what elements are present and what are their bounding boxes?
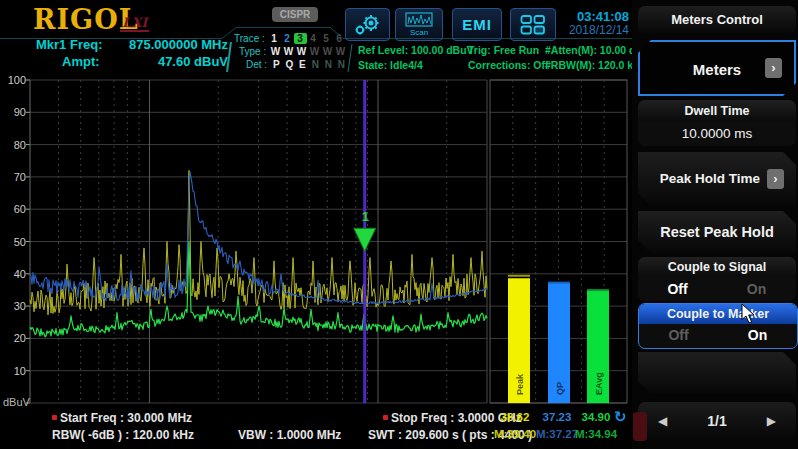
prev-page-arrow[interactable]: ◀ — [658, 414, 667, 428]
rbw-readout: RBW( -6dB ) : 120.00 kHz — [52, 428, 194, 442]
y-axis-unit: dBuV — [3, 396, 30, 408]
svg-text:80: 80 — [14, 139, 26, 151]
svg-text:50: 50 — [14, 236, 26, 248]
marker-number: 1 — [362, 209, 369, 224]
meter-bar-label: QP — [555, 382, 565, 395]
continuous-measure-icon: ↻ — [614, 408, 627, 426]
meter-eavg-value: 34.90 — [573, 411, 619, 423]
softkey-reset-peak-hold[interactable]: Reset Peak Hold — [638, 211, 796, 253]
svg-text:90: 90 — [14, 106, 26, 118]
page-navigator: ◀ 1/1 ▶ — [638, 402, 796, 440]
dwell-time-value: 10.0000 ms — [638, 121, 796, 146]
meter-bars: PeakQPEAvg — [508, 276, 609, 403]
couple-to-marker-label: Couple to Marker — [639, 304, 797, 324]
svg-text:10: 10 — [14, 365, 26, 377]
peak-hold-time-label: Peak Hold Time — [660, 171, 760, 186]
couple-marker-off-option[interactable]: Off — [639, 324, 718, 347]
meter-peak-max: M:39.40 — [492, 428, 538, 440]
submenu-arrow-icon: › — [765, 58, 782, 78]
start-freq-readout: Start Freq : 30.000 MHz — [52, 411, 192, 425]
vbw-readout: VBW : 1.0000 MHz — [238, 428, 341, 442]
couple-to-signal-label: Couple to Signal — [638, 257, 796, 277]
meter-bar-label: EAvg — [594, 372, 604, 395]
chart-grid: 102030405060708090100 — [8, 74, 627, 403]
start-freq-dot — [52, 415, 57, 420]
meter-eavg-max: M:34.94 — [573, 428, 619, 440]
couple-signal-off-option[interactable]: Off — [638, 277, 717, 301]
meter-bar-label: Peak — [515, 373, 525, 395]
svg-text:60: 60 — [14, 203, 26, 215]
stop-freq-dot — [383, 415, 388, 420]
couple-marker-on-option[interactable]: On — [718, 324, 797, 347]
softkey-couple-to-signal[interactable]: Couple to Signal Off On — [638, 257, 796, 301]
softkey-meters[interactable]: Meters › — [638, 40, 796, 96]
header-frame — [0, 0, 632, 76]
softkey-couple-to-marker[interactable]: Couple to Marker Off On — [638, 303, 798, 349]
analyzer-screen: 1020304050607080901001PeakQPEAvg RIGOL L… — [0, 0, 798, 449]
svg-text:20: 20 — [14, 332, 26, 344]
svg-text:30: 30 — [14, 300, 26, 312]
softkey-peak-hold-time[interactable]: Peak Hold Time › — [638, 152, 796, 206]
softkey-blank — [638, 352, 796, 394]
softkey-dwell-time[interactable]: Dwell Time 10.0000 ms — [638, 100, 796, 146]
couple-signal-on-option[interactable]: On — [717, 277, 796, 301]
meters-button-label: Meters — [693, 61, 741, 78]
svg-text:70: 70 — [14, 171, 26, 183]
marker-triangle-icon[interactable] — [354, 228, 376, 251]
dwell-time-label: Dwell Time — [638, 100, 796, 121]
mouse-cursor — [741, 303, 757, 324]
svg-text:40: 40 — [14, 268, 26, 280]
next-page-arrow[interactable]: ▶ — [767, 414, 776, 428]
submenu-arrow-icon: › — [767, 169, 784, 189]
sidebar-edge-accent — [633, 412, 647, 441]
page-indicator: 1/1 — [707, 413, 726, 429]
sidebar-title: Meters Control — [638, 6, 796, 34]
meter-peak-value: 38.62 — [492, 411, 538, 423]
